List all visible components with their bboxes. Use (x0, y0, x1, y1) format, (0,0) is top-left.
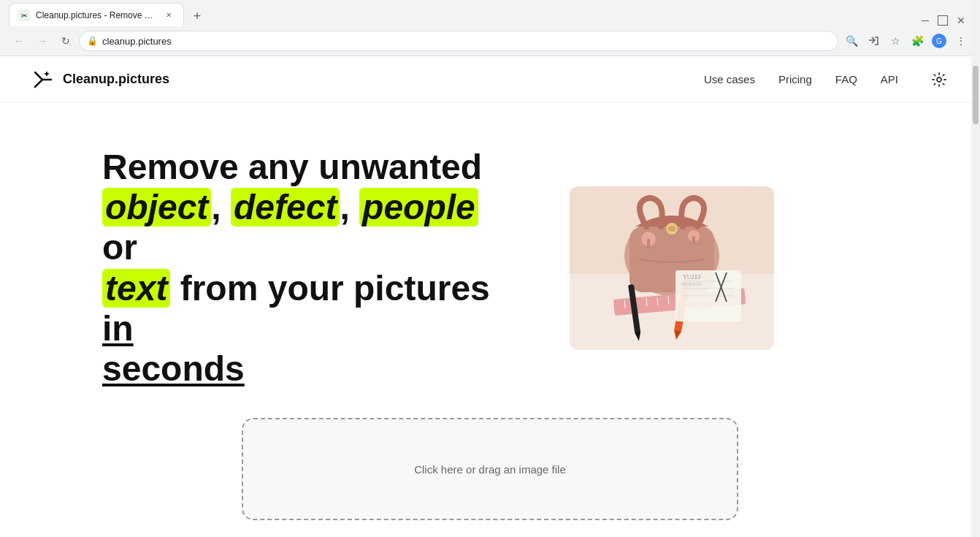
browser-tab[interactable]: ✂ Cleanup.pictures - Remove objec ✕ (9, 3, 184, 26)
zoom-button[interactable]: 🔍 (841, 31, 862, 51)
logo-icon (29, 66, 55, 93)
nav-use-cases[interactable]: Use cases (704, 73, 755, 85)
svg-text:G: G (936, 37, 942, 45)
hero-line1: Remove any unwanted (102, 148, 482, 186)
forward-button[interactable]: → (32, 31, 53, 51)
hero-word-object: object (102, 188, 211, 226)
toolbar-right: 🔍 ☆ 🧩 G ⋮ (841, 31, 971, 51)
back-button[interactable]: ← (9, 31, 29, 51)
nav-links: Use cases Pricing FAQ API (704, 68, 951, 91)
tab-close-button[interactable]: ✕ (163, 9, 175, 21)
settings-icon (931, 72, 947, 88)
app-page: Cleanup.pictures Use cases Pricing FAQ A… (0, 56, 980, 537)
tab-favicon: ✂ (18, 9, 30, 21)
browser-chrome: ✂ Cleanup.pictures - Remove objec ✕ + ─ … (0, 0, 980, 56)
tab-bar: ✂ Cleanup.pictures - Remove objec ✕ + ─ … (0, 0, 980, 26)
hero-heading: Remove any unwanted object, defect, peop… (102, 147, 511, 389)
profile-button[interactable]: G (929, 31, 949, 51)
hero-word-defect: defect (231, 188, 340, 226)
hero-word-people: people (359, 188, 478, 226)
hero-rest: from your pictures (170, 269, 489, 308)
hero-image-svg: YUZEF PROFILES (570, 186, 774, 350)
main-content: Remove any unwanted object, defect, peop… (0, 103, 980, 403)
drop-zone[interactable]: Click here or drag an image file (242, 418, 738, 520)
tab-title: Cleanup.pictures - Remove objec (36, 10, 157, 20)
hero-or: or (102, 228, 137, 267)
address-bar[interactable]: 🔒 cleanup.pictures (79, 31, 838, 51)
bookmark-button[interactable]: ☆ (885, 31, 906, 51)
svg-rect-18 (647, 239, 650, 249)
logo-text: Cleanup.pictures (63, 72, 169, 87)
scrollbar[interactable] (971, 0, 980, 537)
settings-button[interactable] (927, 68, 951, 91)
hero-word-text: text (102, 269, 170, 308)
hero-sep2: , (340, 188, 359, 226)
window-maximize-icon[interactable] (938, 15, 948, 26)
logo-link[interactable]: Cleanup.pictures (29, 66, 169, 93)
browser-toolbar: ← → ↻ 🔒 cleanup.pictures 🔍 ☆ 🧩 G (0, 26, 980, 56)
svg-rect-16 (668, 226, 675, 232)
nav-faq[interactable]: FAQ (835, 73, 857, 85)
hero-text: Remove any unwanted object, defect, peop… (102, 147, 511, 389)
app-header: Cleanup.pictures Use cases Pricing FAQ A… (0, 56, 980, 103)
nav-pricing[interactable]: Pricing (778, 73, 812, 85)
hero-sep1: , (211, 188, 231, 226)
nav-api[interactable]: API (881, 73, 898, 85)
lock-icon: 🔒 (87, 36, 98, 46)
share-button[interactable] (863, 31, 884, 51)
drop-zone-container: Click here or drag an image file (0, 403, 980, 537)
drop-zone-label: Click here or drag an image file (414, 463, 566, 476)
svg-rect-20 (692, 236, 695, 245)
svg-text:YUZEF: YUZEF (683, 274, 702, 281)
scrollbar-thumb[interactable] (973, 66, 979, 124)
extensions-button[interactable]: 🧩 (907, 31, 927, 51)
new-tab-button[interactable]: + (187, 6, 207, 26)
window-close-icon[interactable]: ✕ (957, 15, 965, 26)
svg-text:✂: ✂ (21, 12, 27, 20)
svg-point-10 (937, 77, 941, 82)
svg-text:PROFILES: PROFILES (681, 282, 702, 286)
more-options-button[interactable]: ⋮ (951, 31, 971, 51)
window-minimize-icon[interactable]: ─ (922, 15, 929, 26)
refresh-button[interactable]: ↻ (55, 31, 76, 51)
hero-in-seconds: inseconds (102, 309, 245, 388)
hero-image: YUZEF PROFILES (570, 186, 774, 350)
address-text: cleanup.pictures (102, 36, 172, 47)
